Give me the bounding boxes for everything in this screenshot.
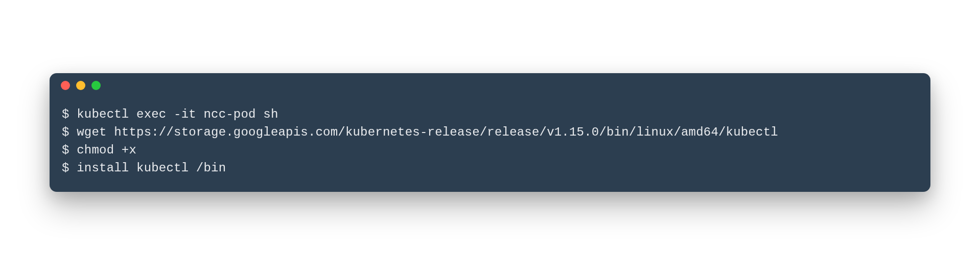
prompt: $ bbox=[62, 125, 77, 139]
prompt: $ bbox=[62, 161, 77, 175]
prompt: $ bbox=[62, 107, 77, 121]
terminal-line: $ kubectl exec -it ncc-pod sh bbox=[62, 106, 918, 124]
prompt: $ bbox=[62, 143, 77, 157]
command-text: install kubectl /bin bbox=[77, 161, 226, 175]
terminal-content[interactable]: $ kubectl exec -it ncc-pod sh $ wget htt… bbox=[50, 98, 930, 191]
terminal-line: $ chmod +x bbox=[62, 142, 918, 160]
command-text: kubectl exec -it ncc-pod sh bbox=[77, 107, 278, 121]
minimize-icon[interactable] bbox=[76, 81, 85, 90]
titlebar bbox=[50, 73, 930, 98]
close-icon[interactable] bbox=[61, 81, 70, 90]
terminal-line: $ install kubectl /bin bbox=[62, 160, 918, 178]
command-text: wget https://storage.googleapis.com/kube… bbox=[77, 125, 778, 139]
terminal-window: $ kubectl exec -it ncc-pod sh $ wget htt… bbox=[50, 73, 930, 191]
command-text: chmod +x bbox=[77, 143, 136, 157]
terminal-line: $ wget https://storage.googleapis.com/ku… bbox=[62, 124, 918, 142]
zoom-icon[interactable] bbox=[91, 81, 101, 90]
